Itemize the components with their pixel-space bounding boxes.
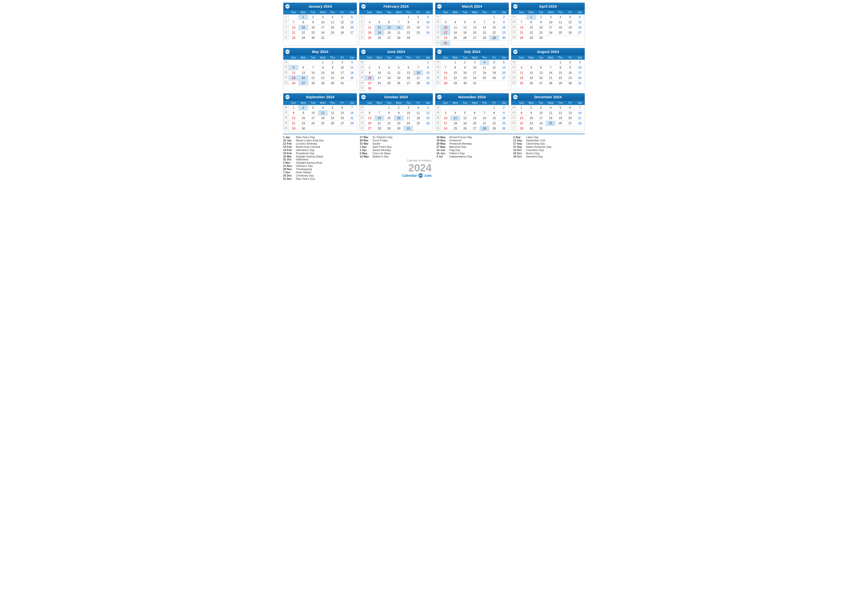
day-cell[interactable] bbox=[289, 15, 298, 20]
day-cell[interactable]: 3 bbox=[308, 105, 318, 110]
day-cell[interactable]: 3 bbox=[470, 60, 479, 65]
day-cell[interactable] bbox=[470, 40, 479, 45]
day-cell[interactable]: 9 bbox=[365, 70, 374, 75]
day-cell[interactable]: 26 bbox=[526, 81, 536, 85]
day-cell[interactable]: 3 bbox=[575, 60, 585, 65]
day-cell[interactable]: 27 bbox=[470, 36, 479, 40]
day-cell[interactable] bbox=[384, 86, 394, 91]
day-cell[interactable]: 15 bbox=[450, 70, 460, 75]
day-cell[interactable]: 2 bbox=[308, 15, 318, 20]
day-cell[interactable]: 21 bbox=[289, 30, 298, 35]
day-cell[interactable]: 12 bbox=[328, 110, 337, 115]
day-cell[interactable] bbox=[337, 36, 347, 40]
day-cell[interactable]: 27 bbox=[337, 121, 347, 126]
day-cell[interactable]: 4 bbox=[546, 105, 555, 110]
day-cell[interactable] bbox=[499, 40, 509, 45]
day-cell[interactable]: 26 bbox=[423, 121, 433, 126]
day-cell[interactable]: 10 bbox=[337, 65, 347, 70]
day-cell[interactable]: 18 bbox=[413, 116, 423, 121]
day-cell[interactable]: 17 bbox=[308, 116, 318, 121]
day-cell[interactable]: 7 bbox=[575, 105, 585, 110]
day-cell[interactable]: 18 bbox=[546, 116, 555, 121]
day-cell[interactable]: 16 bbox=[394, 116, 403, 121]
day-cell[interactable]: 29 bbox=[423, 81, 433, 85]
day-cell[interactable]: 4 bbox=[413, 105, 423, 110]
day-cell[interactable]: 13 bbox=[384, 25, 394, 30]
day-cell[interactable]: 25 bbox=[546, 121, 555, 126]
day-cell[interactable]: 19 bbox=[328, 116, 337, 121]
day-cell[interactable]: 19 bbox=[555, 116, 565, 121]
day-cell[interactable]: 3 bbox=[403, 105, 413, 110]
day-cell[interactable]: 27 bbox=[470, 126, 479, 131]
day-cell[interactable]: 21 bbox=[374, 121, 384, 126]
day-cell[interactable]: 10 bbox=[403, 110, 413, 115]
day-cell[interactable]: 17 bbox=[403, 116, 413, 121]
day-cell[interactable] bbox=[536, 60, 546, 65]
day-cell[interactable] bbox=[374, 86, 384, 91]
day-cell[interactable]: 23 bbox=[308, 30, 318, 35]
day-cell[interactable]: 2 bbox=[526, 105, 536, 110]
day-cell[interactable]: 4 bbox=[347, 60, 357, 65]
day-cell[interactable]: 2 bbox=[328, 60, 337, 65]
day-cell[interactable]: 24 bbox=[575, 76, 585, 81]
day-cell[interactable]: 29 bbox=[489, 126, 499, 131]
day-cell[interactable]: 1 bbox=[384, 105, 394, 110]
day-cell[interactable]: 7 bbox=[374, 110, 384, 115]
day-cell[interactable] bbox=[470, 15, 479, 20]
day-cell[interactable]: 17 bbox=[318, 25, 328, 30]
day-cell[interactable] bbox=[479, 15, 489, 20]
day-cell[interactable]: 11 bbox=[450, 25, 460, 30]
day-cell[interactable] bbox=[308, 126, 318, 131]
day-cell[interactable]: 22 bbox=[298, 30, 308, 35]
day-cell[interactable]: 20 bbox=[470, 121, 479, 126]
day-cell[interactable]: 17 bbox=[536, 116, 546, 121]
day-cell[interactable]: 22 bbox=[489, 30, 499, 35]
day-cell[interactable]: 30 bbox=[394, 126, 403, 131]
day-cell[interactable]: 19 bbox=[489, 70, 499, 75]
day-cell[interactable]: 24 bbox=[536, 121, 546, 126]
day-cell[interactable]: 8 bbox=[403, 20, 413, 25]
day-cell[interactable]: 14 bbox=[546, 70, 555, 75]
day-cell[interactable]: 9 bbox=[394, 110, 403, 115]
day-cell[interactable]: 5 bbox=[526, 65, 536, 70]
day-cell[interactable]: 20 bbox=[536, 76, 546, 81]
day-cell[interactable]: 19 bbox=[394, 76, 403, 81]
day-cell[interactable]: 29 bbox=[289, 126, 298, 131]
day-cell[interactable]: 4 bbox=[328, 15, 337, 20]
day-cell[interactable] bbox=[328, 36, 337, 40]
day-cell[interactable]: 13 bbox=[470, 116, 479, 121]
day-cell[interactable] bbox=[479, 81, 489, 85]
day-cell[interactable]: 25 bbox=[517, 81, 526, 85]
day-cell[interactable]: 5 bbox=[565, 15, 575, 20]
day-cell[interactable] bbox=[423, 36, 433, 40]
day-cell[interactable] bbox=[450, 15, 460, 20]
day-cell[interactable] bbox=[470, 105, 479, 110]
day-cell[interactable]: 13 bbox=[365, 116, 374, 121]
day-cell[interactable]: 28 bbox=[441, 81, 450, 85]
day-cell[interactable]: 18 bbox=[384, 76, 394, 81]
day-cell[interactable]: 21 bbox=[517, 30, 526, 35]
day-cell[interactable]: 8 bbox=[298, 20, 308, 25]
day-cell[interactable]: 23 bbox=[526, 121, 536, 126]
day-cell[interactable]: 29 bbox=[450, 81, 460, 85]
day-cell[interactable]: 20 bbox=[575, 25, 585, 30]
day-cell[interactable]: 29 bbox=[555, 81, 565, 85]
day-cell[interactable]: 17 bbox=[546, 25, 555, 30]
day-cell[interactable]: 9 bbox=[526, 110, 536, 115]
day-cell[interactable]: 3 bbox=[536, 105, 546, 110]
day-cell[interactable]: 23 bbox=[460, 76, 470, 81]
day-cell[interactable]: 30 bbox=[499, 126, 509, 131]
day-cell[interactable] bbox=[460, 15, 470, 20]
day-cell[interactable]: 7 bbox=[441, 65, 450, 70]
day-cell[interactable] bbox=[575, 36, 585, 40]
day-cell[interactable]: 3 bbox=[337, 60, 347, 65]
day-cell[interactable]: 29 bbox=[384, 126, 394, 131]
day-cell[interactable]: 12 bbox=[565, 20, 575, 25]
day-cell[interactable] bbox=[403, 86, 413, 91]
day-cell[interactable]: 15 bbox=[298, 25, 308, 30]
day-cell[interactable]: 13 bbox=[403, 70, 413, 75]
day-cell[interactable]: 16 bbox=[499, 116, 509, 121]
day-cell[interactable]: 11 bbox=[347, 65, 357, 70]
day-cell[interactable]: 18 bbox=[555, 25, 565, 30]
day-cell[interactable]: 3 bbox=[441, 110, 450, 115]
